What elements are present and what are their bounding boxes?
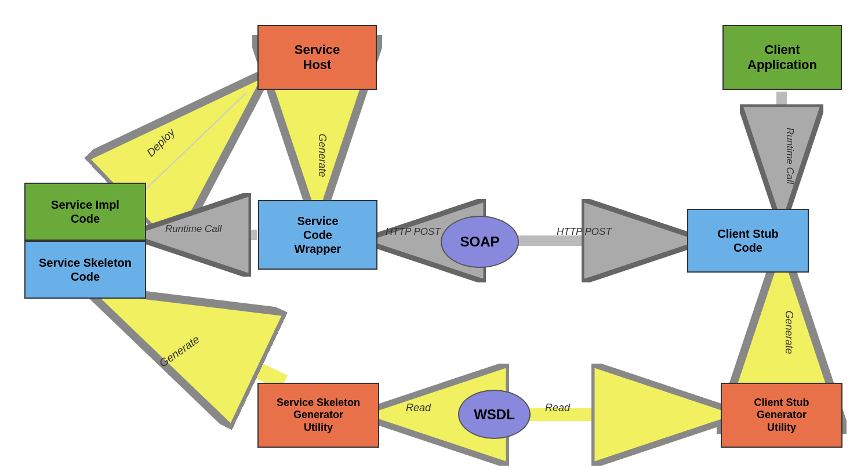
soap-ellipse: SOAP [441,216,519,268]
wsdl-ellipse: WSDL [458,390,531,439]
deploy-label: Deploy [144,126,177,159]
service-host-box: Service Host [257,25,377,90]
client-stub-gen-box: Client StubGeneratorUtility [721,383,842,448]
service-skeleton-gen-box: Service SkeletonGeneratorUtility [257,383,379,448]
generate-bottom-right-label: Generate [783,311,795,354]
generate-bottom-left-label: Generate [157,333,202,369]
read-right-label: Read [545,402,570,414]
diagram: Service Host Client Application Service … [0,0,868,468]
service-skeleton-code-box: Service SkeletonCode [24,241,146,299]
http-post-left-label: HTTP POST [386,226,441,238]
client-stub-code-box: Client StubCode [687,209,809,273]
runtime-call-left-label: Runtime Call [165,223,221,235]
http-post-right-label: HTTP POST [557,226,612,238]
generate-top-label: Generate [316,134,328,177]
runtime-call-right-label: Runtime Call [784,128,796,184]
service-code-wrapper-box: Service Code Wrapper [258,200,377,270]
service-impl-code-box: Service ImplCode [24,183,146,241]
client-application-box: Client Application [722,25,842,90]
read-left-label: Read [406,402,431,414]
